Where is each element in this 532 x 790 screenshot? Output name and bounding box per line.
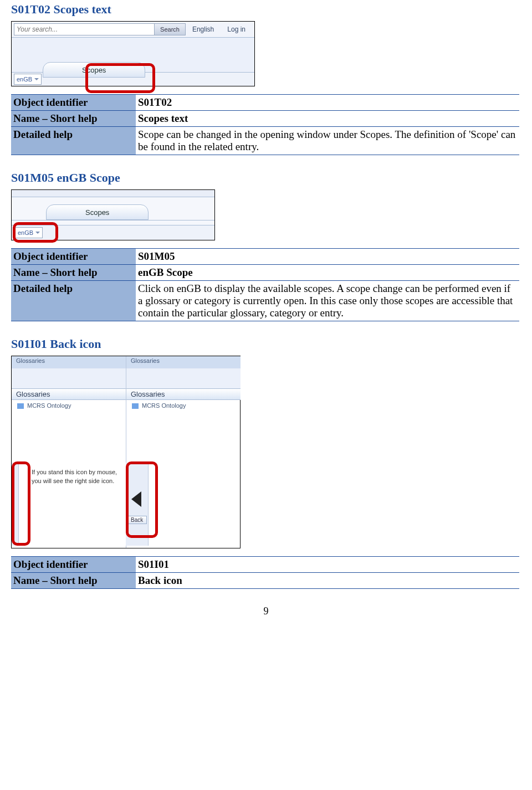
section3-heading: S01I01 Back icon: [11, 337, 521, 351]
row-key: Detailed help: [11, 127, 136, 155]
search-button[interactable]: Search: [154, 24, 185, 35]
highlight-box: [126, 461, 158, 538]
group-heading: Glossaries: [12, 388, 126, 400]
list-item[interactable]: MCRS Ontology: [12, 400, 126, 410]
list-item-label: MCRS Ontology: [142, 402, 186, 409]
page-number: 9: [11, 606, 521, 617]
shot3-left-lower: If you stand this icon by mouse, you wil…: [12, 463, 126, 546]
section2-heading: S01M05 enGB Scope: [11, 171, 521, 185]
chevron-down-icon: [34, 78, 39, 80]
shot1-toolbar: Search English Log in: [12, 22, 254, 38]
filler: [126, 368, 241, 388]
scopes-tab[interactable]: Scopes: [46, 204, 149, 220]
shot3-right-lower: Back: [126, 463, 240, 546]
highlight-box: [85, 63, 155, 93]
row-value: Scopes text: [136, 111, 519, 127]
group-heading: Glossaries: [126, 388, 241, 400]
section1-heading: S01T02 Scopes text: [11, 2, 521, 17]
shot2-separator: [12, 220, 214, 220]
row-value: Back icon: [136, 573, 519, 589]
search-input[interactable]: [14, 24, 154, 34]
flag-icon: [132, 403, 139, 409]
section3-table: Object identifier S01I01 Name – Short he…: [11, 556, 519, 589]
row-key: Name – Short help: [11, 111, 136, 127]
section2-table: Object identifier S01M05 Name – Short he…: [11, 248, 519, 321]
breadcrumb[interactable]: Glossaries: [12, 356, 126, 368]
highlight-box: [12, 461, 30, 546]
row-key: Name – Short help: [11, 573, 136, 589]
row-value: enGB Scope: [136, 265, 519, 281]
row-value: Click on enGB to display the available s…: [136, 281, 519, 321]
row-value: S01M05: [136, 249, 519, 265]
row-value: S01T02: [136, 95, 519, 111]
screenshot-2: Scopes enGB: [11, 189, 215, 240]
list-item[interactable]: MCRS Ontology: [126, 400, 241, 410]
flag-icon: [17, 403, 24, 409]
row-key: Detailed help: [11, 281, 136, 321]
screenshot-3: Glossaries Glossaries MCRS Ontology Glos…: [11, 356, 241, 548]
language-menu[interactable]: English: [186, 25, 221, 33]
row-value: S01I01: [136, 557, 519, 573]
search-field-wrap: Search: [14, 23, 186, 35]
section1-table: Object identifier S01T02 Name – Short he…: [11, 94, 519, 155]
engb-dropdown[interactable]: enGB: [14, 74, 42, 85]
row-key: Object identifier: [11, 249, 136, 265]
list-item-label: MCRS Ontology: [27, 402, 71, 409]
login-link[interactable]: Log in: [221, 25, 252, 33]
breadcrumb[interactable]: Glossaries: [126, 356, 241, 368]
engb-label: enGB: [17, 76, 32, 83]
row-value: Scope can be changed in the opening wind…: [136, 127, 519, 155]
filler: [12, 368, 126, 388]
row-key: Object identifier: [11, 557, 136, 573]
row-key: Object identifier: [11, 95, 136, 111]
screenshot-1: Search English Log in Scopes enGB: [11, 21, 521, 86]
highlight-box: [13, 222, 58, 243]
shot2-header: [12, 190, 214, 197]
row-key: Name – Short help: [11, 265, 136, 281]
